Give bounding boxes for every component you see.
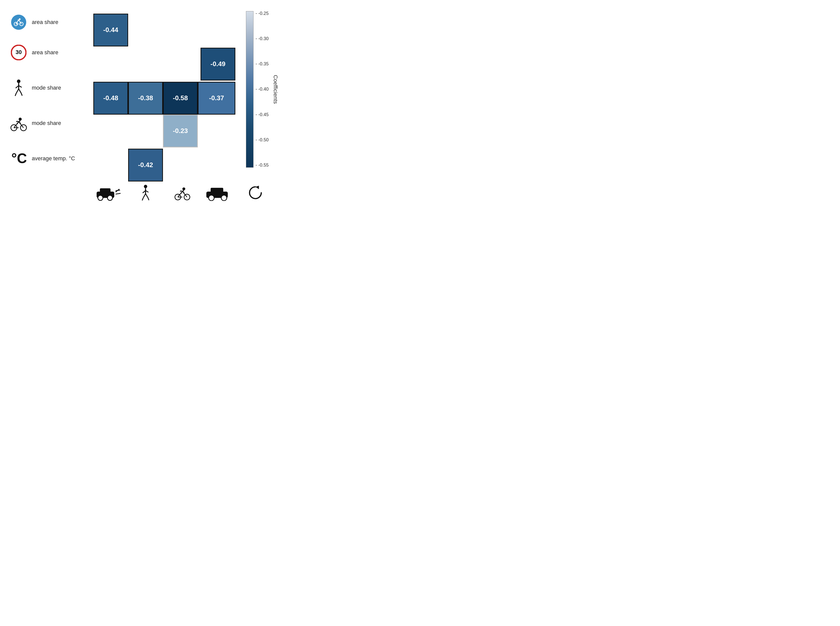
walk-icon	[10, 79, 27, 96]
car-crash-icon	[91, 185, 127, 201]
walk-bottom-icon	[127, 185, 164, 201]
svg-point-60	[209, 195, 214, 201]
colorbar-tick-3: - -0.40	[256, 87, 269, 91]
svg-point-26	[19, 117, 22, 121]
legend-row-bike-mode: mode share	[10, 114, 61, 132]
cell-4-1: -0.42	[128, 149, 163, 182]
svg-point-34	[108, 196, 112, 200]
svg-point-61	[221, 195, 227, 201]
speed30-label: area share	[32, 49, 58, 56]
colorbar-ticks: - -0.25 - -0.30 - -0.35 - -0.40 - -0.45 …	[256, 11, 269, 167]
legend-row-speed30: 30 area share	[10, 44, 58, 61]
bike-mode-label: mode share	[32, 120, 61, 127]
legend-row-walk: mode share	[10, 79, 61, 96]
speed30-icon: 30	[10, 44, 27, 61]
colorbar-label: Coefficients	[272, 75, 279, 104]
colorbar-tick-6: - -0.55	[256, 163, 269, 167]
bike-ride-bottom-icon	[164, 185, 201, 201]
cell-2-1: -0.38	[128, 82, 163, 114]
svg-point-33	[98, 196, 103, 200]
bike-area-label: area share	[32, 19, 58, 25]
temp-icon: °C	[10, 150, 27, 167]
svg-rect-59	[211, 188, 223, 193]
cell-3-2: -0.23	[163, 114, 198, 147]
svg-point-7	[19, 18, 21, 20]
cell-0-0: -0.44	[93, 14, 128, 47]
colorbar-tick-5: - -0.50	[256, 138, 269, 142]
svg-line-15	[19, 89, 21, 93]
svg-line-17	[21, 93, 22, 95]
svg-point-10	[17, 80, 20, 83]
colorbar-tick-4: - -0.45	[256, 112, 269, 117]
svg-text:30: 30	[16, 49, 22, 55]
colorbar: - -0.25 - -0.30 - -0.35 - -0.40 - -0.45 …	[246, 11, 269, 167]
colorbar-tick-0: - -0.25	[256, 11, 269, 16]
svg-line-43	[145, 194, 148, 198]
cell-1-3: -0.49	[201, 48, 235, 80]
bottom-icons-row	[91, 185, 274, 201]
svg-line-16	[15, 93, 16, 96]
svg-point-54	[183, 187, 185, 190]
cell-2-0: -0.48	[93, 82, 128, 114]
car-bottom-icon	[201, 185, 237, 201]
svg-marker-62	[256, 186, 259, 189]
walk-label: mode share	[32, 85, 61, 91]
colorbar-tick-1: - -0.30	[256, 36, 269, 41]
svg-text:°C: °C	[11, 150, 27, 166]
colorbar-gradient	[246, 11, 253, 167]
svg-line-14	[16, 89, 19, 93]
svg-line-42	[143, 194, 145, 198]
bike-mode-icon	[10, 114, 27, 132]
svg-line-44	[142, 198, 143, 200]
colorbar-tick-2: - -0.35	[256, 62, 269, 66]
svg-point-0	[11, 15, 26, 30]
refresh-bottom-icon	[237, 185, 274, 201]
cell-2-2: -0.58	[163, 82, 198, 114]
bike-area-icon	[10, 14, 27, 31]
temp-label: average temp. °C	[32, 155, 75, 162]
cell-2-3: -0.37	[198, 82, 235, 114]
svg-line-45	[148, 198, 149, 200]
svg-line-37	[116, 190, 120, 191]
legend-row-temp: °C average temp. °C	[10, 150, 75, 167]
legend-row-bike-area: area share	[10, 14, 58, 31]
chart-container: area share 30 area share mo	[8, 6, 272, 203]
svg-point-38	[144, 185, 147, 188]
svg-rect-32	[100, 188, 111, 193]
svg-line-36	[116, 193, 120, 194]
